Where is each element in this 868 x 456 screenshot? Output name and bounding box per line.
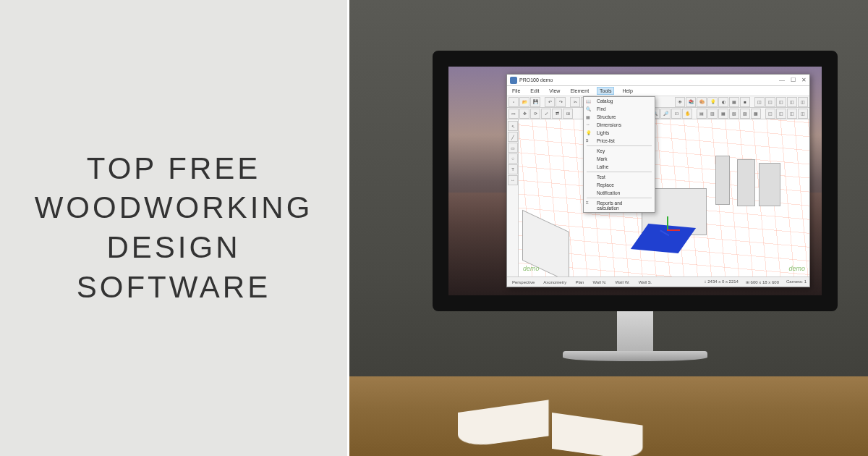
sigma-icon: Σ xyxy=(586,200,592,206)
bulb-icon: 💡 xyxy=(586,130,592,136)
tb-undo-icon[interactable]: ↶ xyxy=(545,97,555,107)
menu-help[interactable]: Help xyxy=(620,88,634,94)
tb-cut-icon[interactable]: ✂ xyxy=(570,97,580,107)
cabinet-right-1[interactable] xyxy=(759,163,780,206)
side-circle-icon[interactable]: ○ xyxy=(508,153,518,164)
tb-extra1-icon[interactable]: ◫ xyxy=(754,97,765,107)
tb-solid-icon[interactable]: ■ xyxy=(740,97,750,107)
tb-view-icon[interactable]: 👁 xyxy=(675,97,685,107)
tb-group-icon[interactable]: ⊞ xyxy=(563,109,573,119)
title-bar[interactable]: PRO100 demo — ☐ ✕ xyxy=(507,75,809,86)
side-text-icon[interactable]: T xyxy=(508,164,518,174)
tb-align5-icon[interactable]: ▨ xyxy=(740,109,750,119)
search-icon: 🔍 xyxy=(586,106,592,112)
tb-scale-icon[interactable]: ⤢ xyxy=(541,109,551,119)
tb-select-icon[interactable]: ▭ xyxy=(509,109,519,119)
dd-reports[interactable]: ΣReports and calculation xyxy=(584,199,655,212)
status-tab-plan[interactable]: Plan xyxy=(573,280,586,284)
menu-edit[interactable]: Edit xyxy=(528,88,541,94)
tb-light-icon[interactable]: 💡 xyxy=(707,97,718,107)
side-dim-icon[interactable]: ↔ xyxy=(508,175,518,185)
app-window: PRO100 demo — ☐ ✕ File Edit View Element xyxy=(506,74,810,287)
status-tab-axonometry[interactable]: Axonometry xyxy=(541,280,569,284)
dimension-icon: ↔ xyxy=(586,122,592,128)
tb-snap3-icon[interactable]: ◫ xyxy=(787,109,797,119)
dd-pricelist[interactable]: $Price-list xyxy=(584,137,655,145)
monitor-stand-base xyxy=(563,351,707,361)
tb-snap2-icon[interactable]: ◫ xyxy=(776,109,786,119)
monitor-screen: PRO100 demo — ☐ ✕ File Edit View Element xyxy=(433,51,838,311)
tb-align2-icon[interactable]: ▥ xyxy=(707,109,718,119)
tb-catalog-icon[interactable]: 📚 xyxy=(686,97,696,107)
watermark-left: demo xyxy=(523,265,540,272)
tb-extra4-icon[interactable]: ◫ xyxy=(787,97,797,107)
side-arrow-icon[interactable]: ↖ xyxy=(508,121,518,131)
tb-extra2-icon[interactable]: ◫ xyxy=(765,97,775,107)
dd-test[interactable]: Test xyxy=(584,173,655,181)
tb-align6-icon[interactable]: ▩ xyxy=(751,109,761,119)
cabinet-right-2[interactable] xyxy=(737,159,755,206)
side-rect-icon[interactable]: ▭ xyxy=(508,143,518,153)
tb-pan-icon[interactable]: ✋ xyxy=(682,109,692,119)
dd-find[interactable]: 🔍Find xyxy=(584,105,655,113)
tools-dropdown: 📖Catalog 🔍Find ▦Structure ↔Dimensions 💡L… xyxy=(583,96,655,213)
tb-snap4-icon[interactable]: ◫ xyxy=(798,109,808,119)
open-book xyxy=(458,413,646,456)
book-icon: 📖 xyxy=(586,98,592,104)
tb-wire-icon[interactable]: ▦ xyxy=(729,97,739,107)
tb-save-icon[interactable]: 💾 xyxy=(530,97,540,107)
maximize-button[interactable]: ☐ xyxy=(791,77,796,83)
axis-gizmo[interactable] xyxy=(660,222,674,237)
status-tab-perspective[interactable]: Perspective xyxy=(510,280,537,284)
dd-structure[interactable]: ▦Structure xyxy=(584,113,655,121)
dd-lights[interactable]: 💡Lights xyxy=(584,129,655,137)
dd-mark[interactable]: Mark xyxy=(584,155,655,163)
dd-dimensions[interactable]: ↔Dimensions xyxy=(584,121,655,129)
cabinet-right-3[interactable] xyxy=(715,156,730,205)
toolbar-row-2: ▭ ✥ ⟳ ⤢ ⇄ ⊞ 🔍 🔎 ⊡ ✋ ▤ ▥ xyxy=(507,108,809,119)
dd-separator xyxy=(587,198,652,198)
tb-new-icon[interactable]: ▫ xyxy=(509,97,519,107)
menu-element[interactable]: Element xyxy=(568,88,591,94)
status-coords: ↕ 2434 x 0 x 2214 xyxy=(705,279,739,284)
tb-render-icon[interactable]: 🎨 xyxy=(697,97,707,107)
tb-rotate-icon[interactable]: ⟳ xyxy=(530,109,540,119)
menu-tools[interactable]: Tools xyxy=(597,87,614,95)
status-tab-walls[interactable]: Wall S. xyxy=(637,280,655,284)
tb-align1-icon[interactable]: ▤ xyxy=(697,109,707,119)
status-bar: Perspective Axonometry Plan Wall N. Wall… xyxy=(507,276,809,287)
tb-shade-icon[interactable]: ◐ xyxy=(718,97,728,107)
axis-x-icon xyxy=(667,229,680,231)
menu-bar: File Edit View Element Tools Help xyxy=(507,86,809,96)
side-line-icon[interactable]: ╱ xyxy=(508,132,518,142)
dd-replace[interactable]: Replace xyxy=(584,181,655,189)
tb-extra5-icon[interactable]: ◫ xyxy=(798,97,808,107)
dd-catalog[interactable]: 📖Catalog xyxy=(584,97,655,105)
watermark-right: demo xyxy=(788,265,805,272)
close-button[interactable]: ✕ xyxy=(801,77,807,83)
tb-extra3-icon[interactable]: ◫ xyxy=(776,97,786,107)
tb-align3-icon[interactable]: ▦ xyxy=(718,109,728,119)
status-tab-wallw[interactable]: Wall W. xyxy=(613,280,632,284)
menu-file[interactable]: File xyxy=(510,88,522,94)
tb-mirror-icon[interactable]: ⇄ xyxy=(552,109,562,119)
tb-fit-icon[interactable]: ⊡ xyxy=(671,109,681,119)
dd-key[interactable]: Key xyxy=(584,147,655,155)
tb-align4-icon[interactable]: ▧ xyxy=(729,109,739,119)
window-title: PRO100 demo xyxy=(519,77,553,83)
minimize-button[interactable]: — xyxy=(779,77,785,83)
headline-text: TOP FREEWOODWORKINGDESIGNSOFTWARE xyxy=(35,149,313,307)
status-camera: Camera: 1 xyxy=(786,279,807,284)
tb-move-icon[interactable]: ✥ xyxy=(519,109,529,119)
tb-open-icon[interactable]: 📂 xyxy=(519,97,529,107)
headline-panel: TOP FREEWOODWORKINGDESIGNSOFTWARE xyxy=(0,0,347,456)
menu-view[interactable]: View xyxy=(547,88,562,94)
dd-lathe[interactable]: Lathe xyxy=(584,163,655,171)
dd-notification[interactable]: Notification xyxy=(584,189,655,197)
tb-zoom-out-icon[interactable]: 🔎 xyxy=(660,109,671,119)
viewport-3d[interactable]: demo demo xyxy=(519,119,809,276)
status-tab-walln[interactable]: Wall N. xyxy=(590,280,608,284)
tb-snap1-icon[interactable]: ◫ xyxy=(765,109,775,119)
tb-redo-icon[interactable]: ↷ xyxy=(556,97,566,107)
dollar-icon: $ xyxy=(586,138,592,144)
